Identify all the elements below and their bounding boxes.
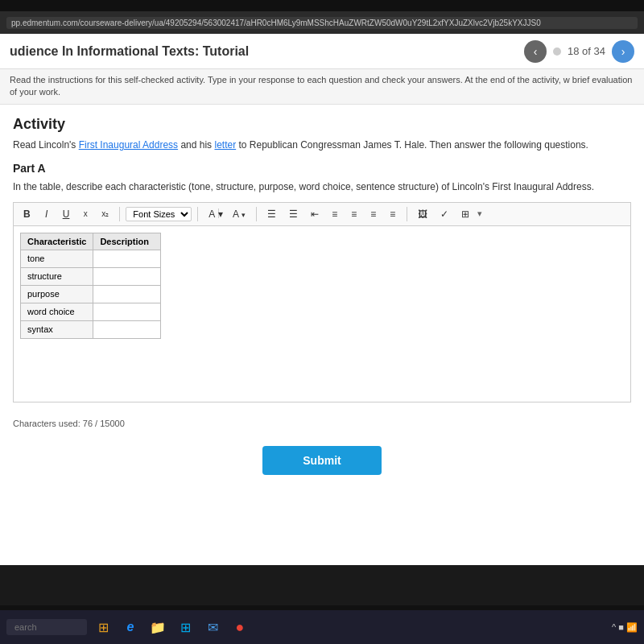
page-counter: 18 of 34: [568, 45, 605, 57]
color-a-label: A: [208, 208, 214, 220]
table-row: word choice: [21, 303, 161, 320]
col-header-description: Description: [93, 233, 161, 250]
table-arrow: ▾: [477, 208, 482, 219]
description-cell[interactable]: [93, 303, 161, 320]
editor-area[interactable]: Characteristic Description tonestructure…: [13, 225, 631, 402]
table-button[interactable]: ⊞: [456, 206, 474, 222]
font-color-button[interactable]: A ▾: [204, 206, 225, 222]
taskbar-search-input[interactable]: [6, 619, 87, 635]
bezel-top: [0, 0, 644, 11]
file-explorer-icon[interactable]: ⊞: [92, 616, 114, 638]
characteristics-table: Characteristic Description tonestructure…: [20, 233, 161, 339]
table-row: syntax: [21, 320, 161, 338]
characteristic-cell: purpose: [21, 285, 93, 303]
instructions-bar: Read the instructions for this self-chec…: [0, 69, 644, 105]
italic-button[interactable]: I: [39, 206, 55, 222]
characteristic-cell: tone: [21, 250, 93, 267]
editor-toolbar: B I U x x₂ Font Sizes 8 10 12 14 16 18 2…: [13, 202, 631, 225]
description-cell[interactable]: [93, 267, 161, 285]
table-row: structure: [21, 267, 161, 285]
chars-used: Characters used: 76 / 15000: [0, 414, 644, 433]
nav-forward-button[interactable]: ›: [612, 40, 634, 63]
table-row: purpose: [21, 285, 161, 303]
page-title: udience In Informational Texts: Tutorial: [10, 44, 249, 59]
justify-button[interactable]: ≡: [385, 206, 401, 222]
edge-icon[interactable]: e: [119, 616, 142, 638]
strikethrough-button[interactable]: x: [77, 207, 93, 221]
activity-desc-pre: Read Lincoln's: [13, 139, 79, 151]
highlight-a-label: A: [233, 208, 238, 220]
formula-button[interactable]: ✓: [436, 206, 453, 222]
toolbar-divider-4: [407, 207, 407, 221]
characteristic-cell: word choice: [21, 303, 93, 320]
part-a-description: In the table, describe each characterist…: [13, 180, 631, 194]
browser-chrome: pp.edmentum.com/courseware-delivery/ua/4…: [0, 11, 644, 34]
activity-area: Activity Read Lincoln's First Inaugural …: [0, 105, 644, 414]
table-row: tone: [21, 250, 161, 267]
folder-icon[interactable]: 📁: [147, 616, 169, 638]
system-tray-icons: ^ ■ 📶: [612, 622, 638, 633]
col-header-characteristic: Characteristic: [21, 233, 93, 250]
description-cell[interactable]: [93, 285, 161, 303]
toolbar-divider-2: [197, 207, 198, 221]
highlight-color-button[interactable]: A ▾: [228, 206, 250, 222]
header-nav: ‹ 18 of 34 ›: [524, 40, 634, 63]
activity-title: Activity: [13, 116, 631, 133]
activity-description: Read Lincoln's First Inaugural Address a…: [13, 138, 631, 152]
store-icon[interactable]: ⊞: [174, 616, 196, 638]
first-inaugural-link[interactable]: First Inaugural Address: [79, 139, 178, 151]
highlight-arrow: ▾: [242, 211, 246, 219]
activity-desc-mid: and his: [178, 139, 214, 151]
align-right-button[interactable]: ≡: [365, 206, 382, 222]
progress-dot: [553, 47, 561, 56]
url-bar: pp.edmentum.com/courseware-delivery/ua/4…: [6, 17, 638, 29]
image-button[interactable]: 🖼: [413, 206, 432, 222]
description-cell[interactable]: [93, 250, 161, 267]
color-arrow: ▾: [218, 208, 219, 218]
page-content: udience In Informational Texts: Tutorial…: [0, 34, 644, 565]
characteristic-cell: structure: [21, 267, 93, 285]
taskbar-right: ^ ■ 📶: [612, 622, 638, 633]
outdent-button[interactable]: ⇤: [306, 206, 324, 222]
description-cell[interactable]: [93, 320, 161, 338]
nav-back-button[interactable]: ‹: [524, 40, 547, 63]
chrome-icon[interactable]: ●: [229, 616, 251, 638]
submit-button[interactable]: Submit: [262, 446, 381, 475]
subscript-button[interactable]: x₂: [97, 207, 114, 221]
part-a-title: Part A: [13, 162, 631, 175]
ordered-list-button[interactable]: ☰: [284, 206, 303, 222]
align-center-button[interactable]: ≡: [346, 206, 362, 222]
characteristic-cell: syntax: [21, 320, 93, 338]
underline-button[interactable]: U: [58, 206, 75, 222]
activity-desc-post: to Republican Congressman James T. Hale.…: [236, 139, 588, 151]
taskbar: ⊞ e 📁 ⊞ ✉ ● ^ ■ 📶: [0, 610, 644, 644]
bold-button[interactable]: B: [19, 206, 35, 222]
mail-icon[interactable]: ✉: [201, 616, 224, 638]
font-size-select[interactable]: Font Sizes 8 10 12 14 16 18 24: [126, 207, 192, 221]
align-left-button[interactable]: ≡: [327, 206, 343, 222]
toolbar-divider-1: [119, 207, 120, 221]
header: udience In Informational Texts: Tutorial…: [0, 34, 644, 69]
instructions-text: Read the instructions for this self-chec…: [10, 75, 632, 97]
toolbar-divider-3: [256, 207, 257, 221]
unordered-list-button[interactable]: ☰: [262, 206, 281, 222]
submit-area: Submit: [0, 433, 644, 483]
letter-link[interactable]: letter: [214, 139, 236, 151]
